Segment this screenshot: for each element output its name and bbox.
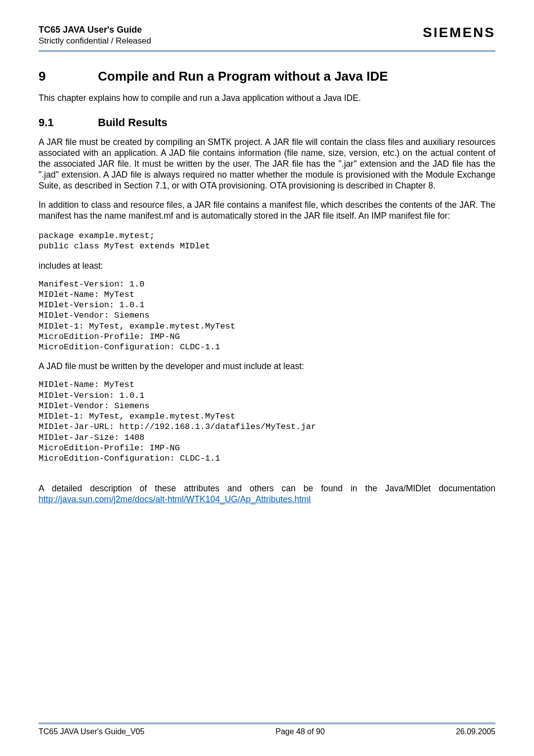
paragraph-includes-at-least: includes at least: [39, 261, 495, 271]
paragraph-manifest-intro: In addition to class and resource files,… [39, 200, 495, 222]
code-block-jad: MIDlet-Name: MyTest MIDlet-Version: 1.0.… [39, 379, 495, 464]
page-footer: TC65 JAVA User's Guide_V05 Page 48 of 90… [39, 722, 495, 736]
footer-left: TC65 JAVA User's Guide_V05 [39, 727, 144, 736]
section-number: 9 [39, 69, 98, 84]
page-header: TC65 JAVA User's Guide Strictly confiden… [39, 25, 495, 48]
code-block-package: package example.mytest; public class MyT… [39, 231, 495, 252]
paragraph-attributes-prefix: A detailed description of these attribut… [39, 483, 495, 493]
footer-rule [39, 722, 495, 724]
header-left: TC65 JAVA User's Guide Strictly confiden… [39, 25, 151, 46]
doc-subtitle: Strictly confidential / Released [39, 36, 151, 46]
footer-right: 26.09.2005 [456, 727, 495, 736]
subsection-heading-9-1: 9.1Build Results [39, 116, 495, 129]
page-container: TC65 JAVA User's Guide Strictly confiden… [0, 0, 534, 756]
chapter-intro: This chapter explains how to compile and… [39, 93, 495, 103]
footer-center: Page 48 of 90 [275, 727, 325, 736]
header-rule [39, 50, 495, 52]
subsection-title: Build Results [98, 116, 168, 129]
doc-title: TC65 JAVA User's Guide [39, 25, 151, 35]
section-heading-9: 9Compile and Run a Program without a Jav… [39, 69, 495, 84]
brand-logo: SIEMENS [423, 25, 495, 41]
section-title: Compile and Run a Program without a Java… [98, 69, 388, 84]
paragraph-attributes-description: A detailed description of these attribut… [39, 483, 495, 505]
paragraph-jar-description: A JAR file must be created by compiling … [39, 137, 495, 191]
documentation-link[interactable]: http://java.sun.com/j2me/docs/alt-html/W… [39, 494, 311, 504]
subsection-number: 9.1 [39, 116, 98, 129]
paragraph-jad-intro: A JAD file must be written by the develo… [39, 361, 495, 372]
footer-row: TC65 JAVA User's Guide_V05 Page 48 of 90… [39, 727, 495, 736]
code-block-manifest: Manifest-Version: 1.0 MIDlet-Name: MyTes… [39, 279, 495, 353]
